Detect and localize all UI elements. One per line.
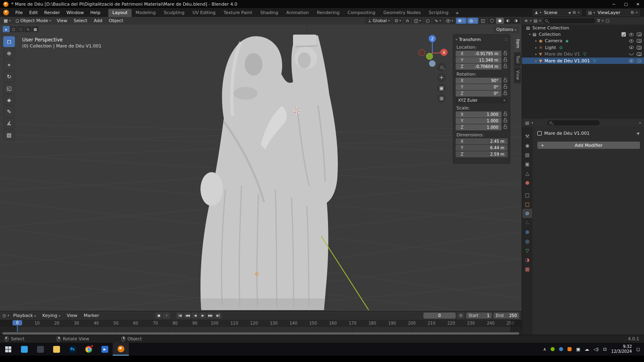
timeline-ruler[interactable]: 1020304050607080901001101201301401501601… bbox=[0, 320, 522, 327]
orthographic-toggle-icon[interactable]: ⊞ bbox=[437, 94, 446, 103]
timeline-menu-marker[interactable]: Marker bbox=[81, 313, 101, 318]
new-collection-icon[interactable]: ▢ bbox=[606, 19, 609, 23]
scene-name[interactable]: Scene bbox=[543, 10, 566, 15]
timeline-menu-playback[interactable]: Playback ▾ bbox=[11, 313, 39, 318]
workspace-tab-layout[interactable]: Layout bbox=[108, 9, 131, 17]
workspace-tab-texture-paint[interactable]: Texture Paint bbox=[220, 9, 256, 17]
mode-selector[interactable]: ◻ Object Mode ▾ bbox=[13, 18, 53, 24]
viewport-menu-select[interactable]: Select bbox=[71, 18, 90, 23]
menu-help[interactable]: Help bbox=[87, 10, 103, 15]
workspace-tab-rendering[interactable]: Rendering bbox=[313, 9, 343, 17]
expand-icon[interactable]: ▸ bbox=[534, 52, 538, 56]
outliner-row-mare-de-deu-v1[interactable]: ▸ ▼ Mare de Déu V1 ▽ bbox=[522, 51, 644, 58]
particles-tab[interactable]: ∴ bbox=[522, 218, 532, 227]
taskbar-edge[interactable] bbox=[16, 343, 32, 356]
location-y-field[interactable]: Y11.348 m bbox=[456, 57, 508, 63]
options-button[interactable]: Options ▾ bbox=[493, 26, 519, 33]
frame-start-field[interactable]: Start1 bbox=[466, 313, 492, 319]
lasso-select-mode[interactable]: ∿ bbox=[25, 26, 31, 32]
tray-box-app-icon[interactable]: ▣ bbox=[576, 347, 580, 352]
properties-search-input[interactable] bbox=[547, 120, 600, 125]
current-frame-field[interactable]: 0 bbox=[423, 313, 456, 319]
scale-y-field[interactable]: Y1.000 bbox=[456, 118, 508, 124]
frame-end-field[interactable]: End250 bbox=[493, 313, 519, 319]
chevron-down-icon[interactable]: ▾ bbox=[639, 121, 641, 125]
modifiers-tab[interactable]: ⚙ bbox=[522, 209, 532, 218]
tweak-mode[interactable]: ▸ bbox=[3, 26, 10, 32]
add-modifier-button[interactable]: + Add Modifier bbox=[537, 142, 640, 149]
play-reverse-button[interactable]: ◀ bbox=[192, 313, 198, 319]
action-center-icon[interactable]: ◻ bbox=[636, 347, 640, 352]
auto-keying-button[interactable]: ● bbox=[155, 313, 162, 319]
hide-eye-icon[interactable] bbox=[629, 33, 634, 36]
viewport-menu-add[interactable]: Add bbox=[91, 18, 105, 23]
rotate-tool[interactable]: ↻ bbox=[3, 71, 15, 82]
constraints-tab[interactable]: ◎ bbox=[522, 237, 532, 246]
world-tab[interactable]: ● bbox=[522, 178, 532, 187]
workspace-tab-scripting[interactable]: Scripting bbox=[425, 9, 452, 17]
unlock-icon[interactable] bbox=[502, 90, 508, 97]
unlink-scene-icon[interactable]: ✕ bbox=[577, 11, 580, 14]
network-icon[interactable]: ⊡ bbox=[603, 347, 607, 352]
hide-eye-icon[interactable] bbox=[629, 39, 634, 43]
transform-panel-title[interactable]: Transform bbox=[459, 37, 481, 42]
workspace-tab-shading[interactable]: Shading bbox=[256, 9, 283, 17]
dimensions-y-field[interactable]: Y6.44 m bbox=[456, 145, 508, 151]
unlock-icon[interactable] bbox=[502, 118, 508, 124]
render-camera-icon[interactable] bbox=[637, 39, 642, 43]
unlock-icon[interactable] bbox=[502, 124, 508, 130]
chevron-down-icon[interactable]: ▾ bbox=[539, 19, 541, 23]
next-keyframe-button[interactable]: ▶▶ bbox=[207, 313, 214, 319]
tab-item[interactable]: Item bbox=[514, 36, 521, 51]
taskbar-photoshop[interactable]: Ps bbox=[64, 343, 80, 356]
taskbar-app[interactable] bbox=[32, 343, 48, 356]
add-cube-tool[interactable]: ▧ bbox=[3, 130, 15, 140]
statue-mesh[interactable] bbox=[200, 35, 338, 310]
material-preview-button[interactable]: ◐ bbox=[504, 18, 512, 24]
outliner-row-scene-collection[interactable]: ▤ Scene Collection bbox=[522, 25, 644, 31]
pan-icon[interactable]: ✛ bbox=[437, 73, 446, 82]
render-camera-icon[interactable] bbox=[637, 33, 642, 36]
viewport-menu-view[interactable]: View bbox=[54, 18, 70, 23]
viewport-3d[interactable]: ▦ ▾ ◻ Object Mode ▾ View Select Add Obje… bbox=[0, 17, 522, 311]
rotation-y-field[interactable]: Y0° bbox=[456, 84, 508, 90]
outliner-row-light[interactable]: ▸ ☼ Light ⊙ bbox=[522, 44, 644, 51]
workspace-tab-geometry-nodes[interactable]: Geometry Nodes bbox=[379, 9, 425, 17]
view-layer-tab[interactable]: ▣ bbox=[522, 159, 532, 169]
navigation-gizmo[interactable]: Z X bbox=[412, 33, 452, 70]
workspace-tab-compositing[interactable]: Compositing bbox=[344, 9, 380, 17]
chevron-down-icon[interactable]: ▾ bbox=[602, 19, 604, 23]
proportional-editing-toggle[interactable]: ○ bbox=[424, 18, 432, 24]
unlock-icon[interactable] bbox=[502, 78, 508, 84]
expand-icon[interactable]: ▾ bbox=[528, 33, 532, 36]
taskbar-file-explorer[interactable] bbox=[48, 343, 64, 356]
jump-to-start-button[interactable]: |◀ bbox=[176, 313, 183, 319]
use-preview-range-button[interactable]: ◷ bbox=[457, 313, 464, 319]
workspace-tab-animation[interactable]: Animation bbox=[282, 9, 313, 17]
tool-tab[interactable]: ⚒ bbox=[522, 132, 532, 141]
wireframe-shading-button[interactable]: ◯ bbox=[488, 18, 496, 24]
scale-z-field[interactable]: Z1.000 bbox=[456, 124, 508, 130]
pivot-point-selector[interactable]: ⊙ ▾ bbox=[392, 18, 403, 24]
tray-orange-app-icon[interactable] bbox=[568, 347, 572, 351]
rotation-x-field[interactable]: X90° bbox=[456, 78, 508, 84]
viewlayer-name[interactable]: ViewLayer bbox=[597, 10, 629, 15]
outliner-row-mare-de-deu-v1-001[interactable]: ▸ ▼ Mare de Déu V1.001 ▽ bbox=[522, 58, 644, 64]
rotation-z-field[interactable]: Z0° bbox=[456, 90, 508, 97]
expand-icon[interactable]: ▸ bbox=[534, 46, 538, 49]
chevron-down-icon[interactable]: ▾ bbox=[8, 314, 9, 317]
dimensions-x-field[interactable]: X2.45 m bbox=[456, 138, 508, 144]
filter-icon[interactable]: ∇ bbox=[597, 19, 600, 23]
maximize-button[interactable]: ▢ bbox=[620, 0, 632, 8]
outliner-row-camera[interactable]: ▸ ◉ Camera ◈ bbox=[522, 38, 644, 44]
object-tab[interactable]: □ bbox=[522, 200, 532, 209]
scene-tab[interactable]: △ bbox=[522, 169, 532, 178]
render-camera-disabled-icon[interactable] bbox=[637, 59, 642, 63]
location-z-field[interactable]: Z-0.70604 m bbox=[456, 64, 508, 70]
outliner-search-input[interactable] bbox=[543, 18, 595, 23]
camera-view-icon[interactable]: ▣ bbox=[437, 84, 446, 93]
proportional-falloff-selector[interactable]: ∿ ▾ bbox=[432, 18, 443, 24]
unlock-icon[interactable] bbox=[502, 51, 508, 57]
workspace-tab-sculpting[interactable]: Sculpting bbox=[160, 9, 188, 17]
output-tab[interactable]: ▤ bbox=[522, 150, 532, 159]
